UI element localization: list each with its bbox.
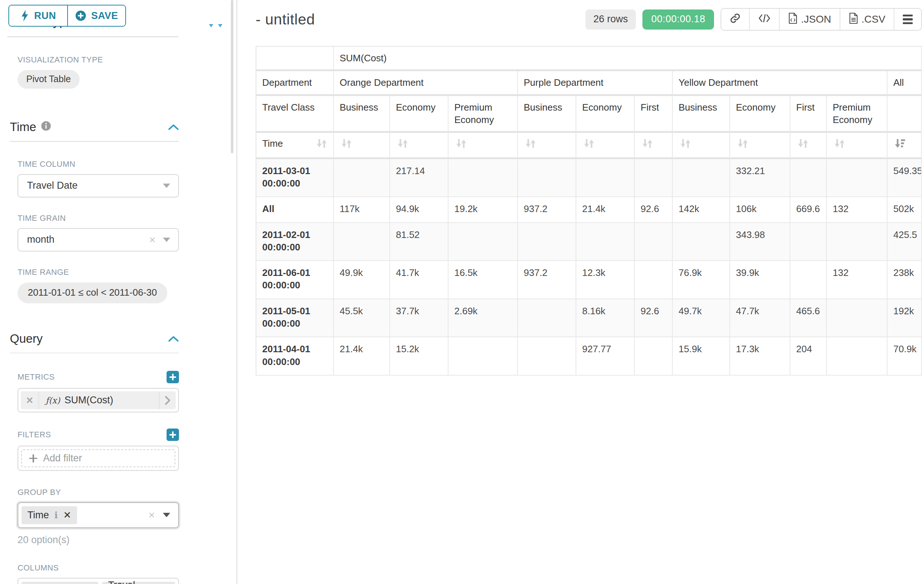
sidebar-scrollbar[interactable] (231, 0, 233, 153)
travel-class-header: Business (518, 96, 576, 133)
row-count-badge: 26 rows (586, 10, 636, 30)
menu-button[interactable] (894, 9, 921, 30)
embed-code-button[interactable] (749, 9, 779, 30)
sort-icon[interactable] (582, 137, 595, 150)
pivot-table-body: 2011-03-01 00:00:00217.14332.21549.35All… (256, 159, 922, 375)
time-grain-select[interactable]: month × (18, 228, 179, 252)
sort-icon[interactable] (315, 137, 328, 150)
pivot-value-cell (635, 223, 673, 262)
group-by-tag-label: Time (27, 510, 49, 521)
pivot-value-cell: 2.69k (449, 299, 518, 337)
remove-tag-icon[interactable]: ✕ (63, 510, 71, 521)
department-group-header: Yellow Department (673, 71, 888, 95)
columns-select[interactable]: Department ✕ Travel Class ✕ × (18, 578, 179, 584)
sortable-column-header (673, 133, 730, 159)
query-section-title: Query (10, 332, 43, 345)
group-by-select[interactable]: Time i ✕ × (18, 502, 179, 528)
sort-icon[interactable] (454, 137, 467, 150)
pivot-value-cell (449, 223, 518, 262)
pivot-value-cell: 217.14 (390, 159, 449, 197)
travel-class-header: Premium Economy (449, 96, 518, 133)
pivot-value-cell: 937.2 (518, 261, 576, 299)
time-range-label: TIME RANGE (18, 268, 188, 277)
chevron-down-icon[interactable] (163, 513, 170, 517)
metric-header: SUM(Cost) (334, 47, 922, 71)
table-row: 2011-02-01 00:00:0081.52343.98425.5 (256, 223, 922, 262)
export-csv-button[interactable]: .CSV (840, 9, 894, 30)
time-grain-value: month (27, 234, 54, 245)
add-metric-button[interactable] (167, 371, 179, 383)
sortable-column-header (576, 133, 635, 159)
pivot-table: SUM(Cost)DepartmentOrange DepartmentPurp… (256, 46, 922, 375)
share-link-button[interactable] (721, 9, 749, 30)
pivot-value-cell (635, 261, 673, 299)
department-group-header: Purple Department (518, 71, 673, 95)
pivot-value-cell: 132 (827, 261, 888, 299)
sort-icon[interactable] (524, 137, 537, 150)
chevron-down-icon[interactable] (163, 238, 170, 242)
chart-panel: - untitled 26 rows 00:00:00.18 (238, 0, 924, 584)
sortable-column-header-active (888, 133, 922, 159)
pivot-value-cell: 669.6 (790, 197, 827, 223)
pivot-value-cell: 92.6 (635, 299, 673, 337)
chart-toolbar: 26 rows 00:00:00.18 (586, 8, 922, 31)
chevron-down-icon[interactable] (163, 184, 170, 188)
sort-icon[interactable] (396, 137, 409, 150)
expand-metric-icon[interactable] (159, 391, 176, 409)
sort-icon[interactable] (340, 137, 353, 150)
pivot-value-cell (827, 223, 888, 262)
time-range-pill[interactable]: 2011-01-01 ≤ col < 2011-06-30 (18, 283, 167, 303)
visualization-type-pill[interactable]: Pivot Table (18, 70, 79, 89)
columns-tag[interactable]: Travel Class ✕ (102, 582, 175, 584)
remove-metric-icon[interactable]: × (21, 391, 39, 409)
chart-title[interactable]: - untitled (256, 11, 315, 28)
section-divider (10, 141, 179, 142)
columns-tag[interactable]: Department ✕ (21, 582, 98, 584)
plus-icon (29, 454, 37, 462)
sort-icon[interactable] (736, 137, 749, 150)
pivot-row-label: All (256, 197, 334, 223)
hamburger-menu-icon (903, 15, 912, 25)
pivot-value-cell (790, 223, 827, 262)
sortable-column-header (635, 133, 673, 159)
sidebar-topbar: Chart Type RUN SAV (0, 0, 236, 38)
sort-icon[interactable] (640, 137, 654, 150)
sort-icon[interactable] (678, 137, 692, 150)
add-filter-button[interactable]: Add filter (21, 449, 175, 467)
pivot-value-cell: 81.52 (390, 223, 449, 262)
table-row: 2011-06-01 00:00:0049.9k41.7k16.5k937.21… (256, 261, 922, 299)
filters-container: Add filter (18, 446, 179, 471)
info-circle-icon[interactable] (41, 120, 51, 134)
export-json-button[interactable]: .JSON (779, 9, 839, 30)
pivot-value-cell: 106k (730, 197, 790, 223)
export-json-label: .JSON (801, 13, 831, 25)
pivot-value-cell (635, 159, 673, 197)
table-row: All117k94.9k19.2k937.221.4k92.6142k106k6… (256, 197, 922, 223)
group-by-tag[interactable]: Time i ✕ (21, 506, 77, 524)
collapse-section-icon[interactable] (168, 336, 179, 342)
clear-icon[interactable]: × (148, 510, 155, 520)
travel-class-header: Economy (390, 96, 449, 133)
pivot-value-cell: 39.9k (730, 261, 790, 299)
sortable-column-header (790, 133, 827, 159)
pivot-value-cell (518, 223, 576, 262)
pivot-value-cell: 465.6 (790, 299, 827, 337)
link-icon (730, 13, 741, 26)
visualization-type-label: VISUALIZATION TYPE (18, 55, 188, 64)
run-button[interactable]: RUN (9, 5, 67, 26)
save-button[interactable]: SAVE (67, 5, 125, 26)
time-column-select[interactable]: Travel Date (18, 174, 179, 197)
info-icon[interactable]: i (54, 510, 58, 520)
collapse-section-icon[interactable] (168, 124, 179, 130)
metric-item[interactable]: × ƒ(x) SUM(Cost) (21, 391, 176, 409)
pivot-value-cell: 49.9k (334, 261, 390, 299)
sort-icon[interactable] (796, 137, 809, 150)
pivot-value-cell (449, 337, 518, 375)
department-group-header: All (888, 71, 922, 95)
add-filter-plus-button[interactable] (167, 429, 179, 441)
lightning-bolt-icon (20, 10, 29, 21)
clear-icon[interactable]: × (149, 234, 155, 245)
sort-icon[interactable] (833, 137, 846, 150)
sort-desc-icon[interactable] (893, 137, 906, 150)
pivot-value-cell: 332.21 (730, 159, 790, 197)
